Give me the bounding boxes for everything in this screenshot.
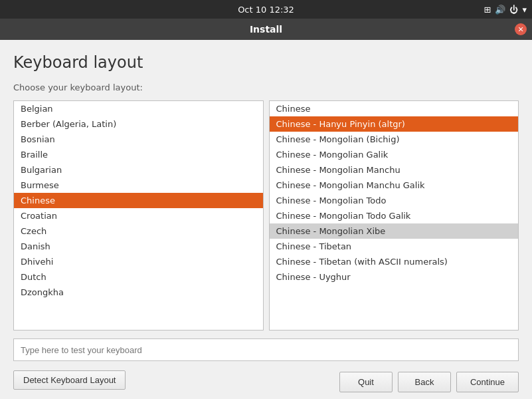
list-item[interactable]: Chinese - Mongolian Galik bbox=[270, 147, 519, 162]
list-item[interactable]: Dzongkha bbox=[14, 285, 263, 300]
list-item[interactable]: Chinese - Hanyu Pinyin (altgr) bbox=[270, 116, 519, 132]
navigation-buttons: Quit Back Continue bbox=[339, 368, 519, 392]
close-button[interactable]: ✕ bbox=[515, 23, 527, 35]
list-item[interactable]: Chinese - Mongolian Xibe bbox=[270, 223, 519, 239]
system-icons: ⊞ 🔊 ⏻ ▾ bbox=[484, 5, 527, 15]
back-button[interactable]: Back bbox=[398, 372, 451, 392]
detect-layout-button[interactable]: Detect Keyboard Layout bbox=[13, 370, 126, 390]
keyboard-test-input[interactable] bbox=[13, 338, 519, 361]
list-item[interactable]: Chinese - Uyghur bbox=[270, 269, 519, 285]
list-item[interactable]: Chinese bbox=[270, 101, 519, 116]
list-item[interactable]: Chinese - Tibetan bbox=[270, 239, 519, 254]
list-item[interactable]: Dutch bbox=[14, 269, 263, 285]
list-item[interactable]: Chinese bbox=[14, 193, 263, 208]
power-icon[interactable]: ⏻ bbox=[509, 5, 518, 15]
keyboard-lists: BelgianBerber (Algeria, Latin)BosnianBra… bbox=[13, 100, 519, 331]
main-content: Keyboard layout Choose your keyboard lay… bbox=[0, 40, 532, 399]
page-title: Keyboard layout bbox=[13, 53, 519, 72]
layout-variant-list[interactable]: ChineseChinese - Hanyu Pinyin (altgr)Chi… bbox=[269, 100, 519, 331]
list-item[interactable]: Bosnian bbox=[14, 132, 263, 147]
list-item[interactable]: Chinese - Mongolian (Bichig) bbox=[270, 132, 519, 147]
list-item[interactable]: Bulgarian bbox=[14, 162, 263, 178]
subtitle: Choose your keyboard layout: bbox=[13, 82, 519, 92]
list-item[interactable]: Burmese bbox=[14, 178, 263, 193]
quit-button[interactable]: Quit bbox=[339, 372, 393, 392]
list-item[interactable]: Braille bbox=[14, 147, 263, 162]
network-icon[interactable]: ⊞ bbox=[484, 5, 491, 15]
list-item[interactable]: Chinese - Tibetan (with ASCII numerals) bbox=[270, 254, 519, 269]
list-item[interactable]: Berber (Algeria, Latin) bbox=[14, 116, 263, 132]
list-item[interactable]: Czech bbox=[14, 223, 263, 239]
system-bar: Oct 10 12:32 ⊞ 🔊 ⏻ ▾ bbox=[0, 0, 532, 19]
system-time: Oct 10 12:32 bbox=[238, 5, 294, 15]
list-item[interactable]: Chinese - Mongolian Todo bbox=[270, 193, 519, 208]
list-item[interactable]: Danish bbox=[14, 239, 263, 254]
list-item[interactable]: Croatian bbox=[14, 208, 263, 223]
volume-icon[interactable]: 🔊 bbox=[495, 5, 505, 15]
menu-icon[interactable]: ▾ bbox=[522, 5, 527, 15]
list-item[interactable]: Chinese - Mongolian Manchu bbox=[270, 162, 519, 178]
continue-button[interactable]: Continue bbox=[456, 372, 519, 392]
list-item[interactable]: Chinese - Mongolian Manchu Galik bbox=[270, 178, 519, 193]
list-item[interactable]: Belgian bbox=[14, 101, 263, 116]
window-title: Install bbox=[250, 24, 282, 35]
title-bar: Install ✕ bbox=[0, 19, 532, 40]
list-item[interactable]: Chinese - Mongolian Todo Galik bbox=[270, 208, 519, 223]
layout-language-list[interactable]: BelgianBerber (Algeria, Latin)BosnianBra… bbox=[13, 100, 264, 331]
list-item[interactable]: Dhivehi bbox=[14, 254, 263, 269]
